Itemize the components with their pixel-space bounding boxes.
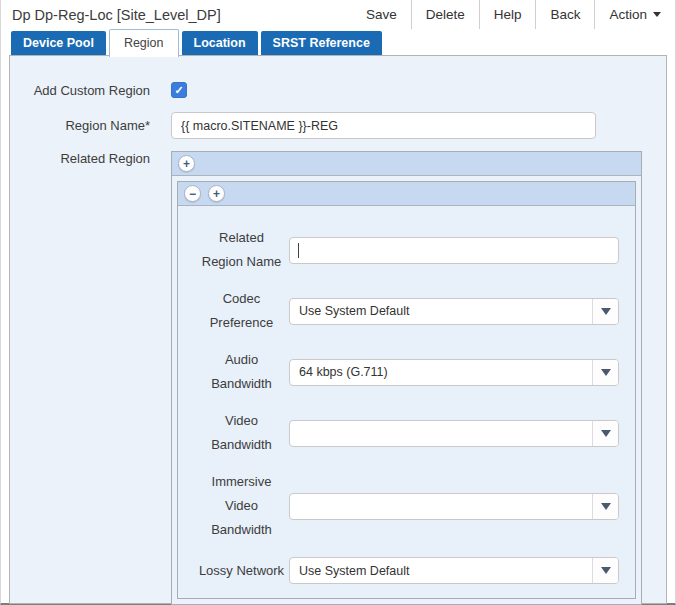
lossy-network-select[interactable]: Use System Default [289,557,619,584]
dropdown-arrow-icon[interactable] [592,421,618,446]
region-name-input[interactable] [171,112,596,139]
region-name-label: Region Name* [10,118,150,133]
audio-bandwidth-select[interactable]: 64 kbps (G.711) [289,359,619,386]
region-form: Add Custom Region ✓ Region Name* Related… [9,55,667,604]
audio-bandwidth-row: Audio Bandwidth 64 kbps (G.711) [194,348,619,396]
tab-bar: Device Pool Region Location SRST Referen… [1,29,675,55]
page-title: Dp Dp-Reg-Loc [Site_Level_DP] [12,7,221,23]
audio-bandwidth-value: 64 kbps (G.711) [290,360,592,385]
video-bandwidth-row: Video Bandwidth [194,409,619,457]
related-region-name-label: Related Region Name [194,226,289,274]
dropdown-arrow-icon[interactable] [592,299,618,324]
codec-preference-row: Codec Preference Use System Default [194,287,619,335]
tab-region[interactable]: Region [109,29,179,57]
toolbar: Save Delete Help Back Action [352,0,675,29]
codec-preference-label: Codec Preference [194,287,289,335]
related-region-name-input[interactable] [289,237,619,264]
save-button-label: Save [366,7,397,22]
related-region-panel-header: + [172,152,641,176]
action-menu-label: Action [609,7,647,22]
tab-device-pool[interactable]: Device Pool [11,31,106,55]
checkmark-icon: ✓ [174,85,183,96]
dropdown-arrow-icon[interactable] [592,494,618,519]
top-bar: Dp Dp-Reg-Loc [Site_Level_DP] Save Delet… [1,0,675,29]
lossy-network-value: Use System Default [290,558,592,583]
add-row-below-button[interactable]: + [208,185,225,202]
dropdown-arrow-icon[interactable] [592,360,618,385]
minus-icon: − [189,187,196,201]
related-region-item-header: − + [178,182,635,206]
plus-icon: + [213,187,220,201]
immersive-video-bandwidth-select[interactable] [289,493,619,520]
immersive-video-bandwidth-label: Immersive Video Bandwidth [194,470,289,542]
page: Dp Dp-Reg-Loc [Site_Level_DP] Save Delet… [0,0,676,605]
video-bandwidth-label: Video Bandwidth [194,409,289,457]
save-button[interactable]: Save [352,0,411,29]
immersive-video-bandwidth-row: Immersive Video Bandwidth [194,470,619,542]
related-region-label: Related Region [10,145,150,166]
remove-row-button[interactable]: − [184,185,201,202]
related-region-name-row: Related Region Name [194,226,619,274]
add-row-button[interactable]: + [178,155,195,172]
delete-button-label: Delete [426,7,465,22]
immersive-video-bandwidth-value [290,494,592,519]
add-custom-region-row: Add Custom Region ✓ [10,82,666,98]
video-bandwidth-value [290,421,592,446]
codec-preference-value: Use System Default [290,299,592,324]
add-custom-region-label: Add Custom Region [10,83,150,98]
lossy-network-row: Lossy Network Use System Default [194,557,619,584]
back-button-label: Back [550,7,580,22]
text-cursor [298,243,299,258]
video-bandwidth-select[interactable] [289,420,619,447]
add-custom-region-checkbox[interactable]: ✓ [171,82,187,98]
tab-srst-reference[interactable]: SRST Reference [261,31,382,55]
related-region-item: − + Related Region Name [177,181,636,599]
lossy-network-label: Lossy Network [194,559,289,583]
delete-button[interactable]: Delete [411,0,479,29]
action-menu-button[interactable]: Action [594,0,675,29]
audio-bandwidth-label: Audio Bandwidth [194,348,289,396]
region-name-row: Region Name* [10,112,666,139]
dropdown-arrow-icon[interactable] [592,558,618,583]
related-region-panel: + − + [171,151,642,605]
back-button[interactable]: Back [535,0,594,29]
related-region-row: Related Region + − + [10,145,666,605]
help-button[interactable]: Help [479,0,536,29]
tab-location[interactable]: Location [182,31,258,55]
caret-down-icon [653,12,661,17]
plus-icon: + [183,157,190,171]
help-button-label: Help [494,7,522,22]
codec-preference-select[interactable]: Use System Default [289,298,619,325]
